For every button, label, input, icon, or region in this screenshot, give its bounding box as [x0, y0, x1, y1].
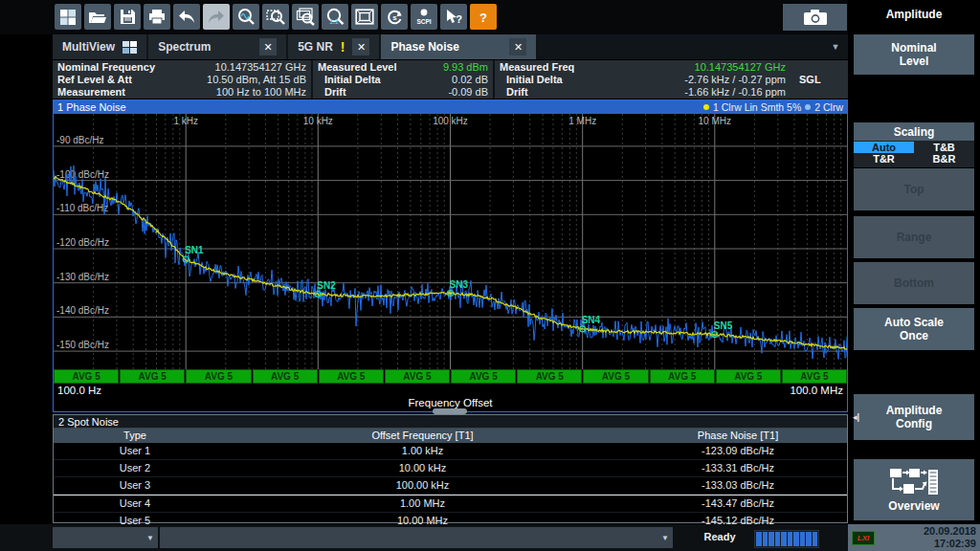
tab-close-icon[interactable]: ✕: [352, 38, 369, 55]
table-row[interactable]: User 3100.00 kHz-133.03 dBc/Hz: [54, 477, 847, 495]
tab-close-icon[interactable]: ✕: [509, 38, 526, 55]
spot-noise-table-header: TypeOffset Frequency [T1]Phase Noise [T1…: [54, 429, 847, 443]
info-label: Measured Level: [318, 61, 397, 74]
table-row[interactable]: User 11.00 kHz-123.09 dBc/Hz: [54, 443, 847, 460]
zoom-1to1-button[interactable]: 1:1: [322, 4, 348, 30]
progress-segment: [781, 532, 787, 546]
overview-flowchart-icon: [888, 467, 940, 497]
phase-noise-window: 1 Phase Noise 1 Clrw Lin Smth 5%2 Clrw -…: [53, 99, 848, 412]
info-row: Drift-1.66 kHz / -0.16 ppm: [500, 86, 843, 99]
avg-count-segment: AVG 5: [517, 369, 582, 384]
table-cell: -123.09 dBc/Hz: [629, 443, 847, 459]
context-help-button[interactable]: ?: [440, 4, 467, 30]
info-row: Measured Freq10.147354127 GHz: [500, 61, 843, 74]
zoom-sine-icon: [236, 8, 256, 26]
column-header: Offset Frequency [T1]: [216, 429, 629, 443]
table-cell: User 3: [54, 477, 216, 494]
avg-count-segment: AVG 5: [54, 369, 119, 384]
avg-count-segment: AVG 5: [650, 369, 715, 384]
status-dropdown-left[interactable]: ▼: [53, 527, 158, 548]
tab-multiview[interactable]: MultiView: [53, 34, 146, 59]
avg-count-segment: AVG 5: [385, 369, 450, 384]
bottom-button[interactable]: Bottom: [854, 262, 974, 304]
scaling-option-tandb[interactable]: T&B: [914, 142, 974, 153]
scaling-option-bandr[interactable]: B&R: [914, 153, 974, 165]
windows-menu-button[interactable]: [55, 4, 81, 30]
overview-button[interactable]: Overview: [854, 459, 974, 520]
nominal-level-button[interactable]: Nominal Level: [854, 34, 974, 75]
display-frame-button[interactable]: [351, 4, 378, 30]
info-value: 0.02 dB: [452, 74, 488, 86]
progress-segment: [806, 532, 812, 546]
info-value: 100 Hz to 100 MHz: [216, 86, 306, 99]
svg-text:SN5: SN5: [714, 320, 733, 331]
info-column-1: Nominal Frequency10.147354127 GHzRef Lev…: [53, 60, 313, 99]
redo-button[interactable]: [203, 4, 230, 30]
amplitude-config-button[interactable]: ◂| Amplitude Config: [854, 394, 974, 440]
windows-icon: [59, 9, 77, 26]
svg-text:-120 dBc/Hz: -120 dBc/Hz: [56, 237, 109, 248]
info-value: -1.66 kHz / -0.16 ppm: [684, 86, 786, 99]
info-column-2: Measured Level9.93 dBmInitial Delta0.02 …: [313, 60, 495, 99]
undo-button[interactable]: [173, 4, 200, 30]
top-button[interactable]: Top: [854, 168, 974, 210]
tab-close-icon[interactable]: ✕: [259, 38, 277, 55]
scpi-recorder-button[interactable]: SCPI: [411, 4, 437, 30]
table-row[interactable]: User 41.00 MHz-143.47 dBc/Hz: [54, 495, 847, 513]
svg-text:100 kHz: 100 kHz: [433, 116, 468, 126]
zoom-area-button[interactable]: [262, 4, 289, 30]
x-axis-range-labels: 100.0 Hz 100.0 MHz: [54, 384, 847, 397]
save-button[interactable]: [114, 4, 141, 30]
progress-segment: [768, 532, 774, 546]
toolbar: 1:1sSCPI??: [0, 0, 848, 34]
info-label: Drift: [500, 86, 528, 99]
table-cell: User 2: [54, 460, 216, 476]
svg-text:-110 dBc/Hz: -110 dBc/Hz: [56, 203, 108, 213]
status-time: 17:02:39: [934, 538, 976, 549]
phase-noise-plot[interactable]: -90 dBc/Hz-100 dBc/Hz-110 dBc/Hz-120 dBc…: [54, 114, 847, 369]
svg-text:-150 dBc/Hz: -150 dBc/Hz: [56, 340, 109, 350]
scaling-options: AutoT&BT&RB&R: [854, 141, 974, 167]
measurement-info-bar: Nominal Frequency10.147354127 GHzRef Lev…: [53, 60, 848, 99]
print-button[interactable]: [144, 4, 170, 30]
avg-count-segment: AVG 5: [716, 369, 781, 384]
multiview-grid-icon: [122, 41, 137, 54]
status-dropdown-message[interactable]: ▼: [160, 527, 673, 548]
undo-icon: [177, 10, 196, 25]
single-sweep-refresh-button[interactable]: s: [381, 4, 408, 30]
floppy-icon: [120, 9, 136, 25]
instrument-screen: 1:1sSCPI?? MultiViewSpectrum✕5G NR!✕Phas…: [0, 0, 980, 551]
screenshot-button[interactable]: [783, 4, 847, 31]
status-bar: ▼ ▼ Ready: [0, 524, 848, 551]
scaling-option-auto[interactable]: Auto: [854, 142, 914, 153]
zoom-multi-window-button[interactable]: [292, 4, 319, 30]
trace-color-dot: [703, 104, 709, 110]
scaling-option-tandr[interactable]: T&R: [854, 153, 914, 165]
tab-label: Phase Noise: [390, 40, 458, 54]
table-row[interactable]: User 210.00 kHz-133.31 dBc/Hz: [54, 460, 847, 477]
tab-5g-nr[interactable]: 5G NR!✕: [288, 34, 379, 59]
help-button[interactable]: ?: [470, 4, 497, 30]
tab-overflow-dropdown[interactable]: ▼: [827, 38, 844, 55]
auto-scale-once-button[interactable]: Auto Scale Once: [854, 308, 974, 350]
help-pointer-icon: ?: [444, 9, 463, 26]
trace-legend-label: 1 Clrw Lin Smth 5%: [713, 101, 801, 113]
dropdown-caret-icon: ▼: [146, 534, 154, 542]
redo-icon: [207, 10, 226, 25]
svg-text:SN1: SN1: [185, 245, 204, 255]
phase-noise-window-titlebar: 1 Phase Noise 1 Clrw Lin Smth 5%2 Clrw: [54, 100, 847, 114]
x-axis-start-label: 100.0 Hz: [57, 385, 101, 396]
zoom-trace-button[interactable]: [233, 4, 259, 30]
range-button[interactable]: Range: [854, 216, 974, 258]
collapse-arrow-icon: ◂|: [853, 410, 859, 424]
tab-phase-noise[interactable]: Phase Noise✕: [381, 34, 536, 59]
single-sweep-indicator: [786, 61, 843, 74]
svg-text:-130 dBc/Hz: -130 dBc/Hz: [56, 272, 109, 282]
tab-spectrum[interactable]: Spectrum✕: [148, 34, 286, 59]
svg-text:1 kHz: 1 kHz: [173, 116, 198, 126]
avg-count-segment: AVG 5: [782, 369, 847, 384]
info-label: Initial Delta: [500, 74, 563, 86]
info-row: Initial Delta0.02 dB: [318, 74, 488, 86]
open-file-button[interactable]: [84, 4, 111, 30]
softkey-menu-title: Amplitude: [848, 0, 980, 29]
